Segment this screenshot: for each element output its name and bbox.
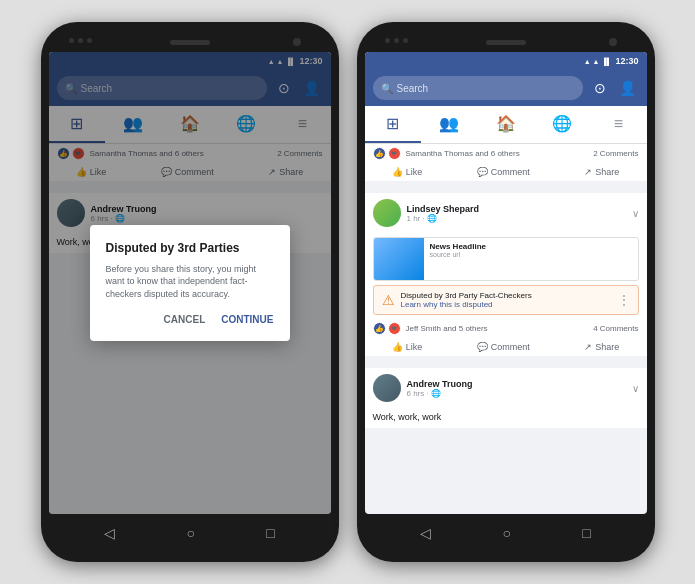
phone-bottom-left: ◁ ○ □ <box>49 514 331 552</box>
search-icon-right: 🔍 <box>381 83 393 94</box>
post-time-lindsey: 1 hr · 🌐 <box>407 214 626 223</box>
messenger-icon-right[interactable]: ⊙ <box>589 80 611 96</box>
feed-right: 👍 ❤ Samantha Thomas and 6 others 2 Comme… <box>365 144 647 514</box>
dialog-overlay-left: Disputed by 3rd Parties Before you share… <box>49 52 331 514</box>
action-bar-top-right: 👍 Like 💬 Comment ↗ Share <box>365 163 647 181</box>
phone-dots-left <box>69 38 92 43</box>
phone-speaker-right <box>486 40 526 45</box>
like-btn-lindsey[interactable]: 👍 Like <box>392 342 423 352</box>
post-andrew-right: Andrew Truong 6 hrs · 🌐 ∨ Work, work, wo… <box>365 368 647 428</box>
nav-tab-menu-right[interactable]: ≡ <box>590 106 646 143</box>
reaction-icons-lindsey: 👍 ❤ Jeff Smith and 5 others <box>373 322 488 335</box>
like-btn-top-right[interactable]: 👍 Like <box>392 167 423 177</box>
dialog-cancel-btn-left[interactable]: CANCEL <box>164 314 206 325</box>
back-btn-right[interactable]: ◁ <box>420 525 431 541</box>
friends-icon-right[interactable]: 👤 <box>617 80 639 96</box>
news-source-right: source url <box>430 251 632 258</box>
reactions-text-top-right: Samantha Thomas and 6 others <box>406 149 520 158</box>
disputed-text-right: Disputed by 3rd Party Fact-Checkers <box>401 291 532 300</box>
avatar-img-lindsey <box>373 199 401 227</box>
status-bar-right: ▲ ▲ ▐▌ 12:30 <box>365 52 647 70</box>
signal-icon-right: ▲ <box>584 58 591 65</box>
reaction-icons-top-right: 👍 ❤ Samantha Thomas and 6 others <box>373 147 520 160</box>
fb-nav-right: ⊞ 👥 🏠 🌐 ≡ <box>365 106 647 144</box>
chevron-lindsey[interactable]: ∨ <box>632 208 639 219</box>
more-dots-right[interactable]: ⋮ <box>618 293 630 307</box>
back-btn-left[interactable]: ◁ <box>104 525 115 541</box>
reactions-wrapper-top-right: 👍 ❤ Samantha Thomas and 6 others 2 Comme… <box>365 144 647 163</box>
home-btn-right[interactable]: ○ <box>503 525 511 541</box>
phone-dots-right <box>385 38 408 43</box>
news-thumb-right <box>374 238 424 280</box>
phone-bottom-right: ◁ ○ □ <box>365 514 647 552</box>
fb-header-right: 🔍 Search ⊙ 👤 <box>365 70 647 106</box>
nav-tab-marketplace-right[interactable]: 🏠 <box>477 106 533 143</box>
post-name-lindsey: Lindsey Shepard <box>407 204 626 214</box>
nav-tab-friends-right[interactable]: 👥 <box>421 106 477 143</box>
disputed-content-right: Disputed by 3rd Party Fact-Checkers Lear… <box>401 291 532 309</box>
dialog-body-left: Before you share this story, you might w… <box>106 263 274 301</box>
dot-1 <box>69 38 74 43</box>
share-btn-top-right[interactable]: ↗ Share <box>584 167 619 177</box>
status-icons-right: ▲ ▲ ▐▌ <box>584 58 612 65</box>
nav-tab-home-right[interactable]: ⊞ <box>365 106 421 143</box>
phone-left: ▲ ▲ ▐▌ 12:30 🔍 Search ⊙ 👤 ⊞ 👥 🏠 <box>41 22 339 562</box>
dot-r1 <box>385 38 390 43</box>
action-bar-lindsey: 👍 Like 💬 Comment ↗ Share <box>365 338 647 356</box>
avatar-img-andrew-right <box>373 374 401 402</box>
phone-top-left <box>49 32 331 52</box>
home-btn-left[interactable]: ○ <box>187 525 195 541</box>
phones-container: ▲ ▲ ▐▌ 12:30 🔍 Search ⊙ 👤 ⊞ 👥 🏠 <box>41 22 655 562</box>
comments-lindsey: 4 Comments <box>593 324 638 333</box>
recents-btn-left[interactable]: □ <box>266 525 274 541</box>
battery-icon-right: ▐▌ <box>602 58 612 65</box>
post-header-lindsey: Lindsey Shepard 1 hr · 🌐 ∨ <box>365 193 647 233</box>
heart-icon-top-right: ❤ <box>388 147 401 160</box>
post-reactions-top-right: 👍 ❤ Samantha Thomas and 6 others 2 Comme… <box>365 144 647 181</box>
chevron-andrew-right[interactable]: ∨ <box>632 383 639 394</box>
post-header-andrew-right: Andrew Truong 6 hrs · 🌐 ∨ <box>365 368 647 408</box>
phone-speaker-left <box>170 40 210 45</box>
phone-top-right <box>365 32 647 52</box>
phone-screen-right: ▲ ▲ ▐▌ 12:30 🔍 Search ⊙ 👤 ⊞ 👥 🏠 <box>365 52 647 514</box>
dialog-actions-left: CANCEL CONTINUE <box>106 314 274 325</box>
news-title-right: News Headline <box>430 242 632 251</box>
share-btn-lindsey[interactable]: ↗ Share <box>584 342 619 352</box>
phone-camera-left <box>293 38 301 46</box>
comments-top-right: 2 Comments <box>593 149 638 158</box>
post-meta-andrew-right: Andrew Truong 6 hrs · 🌐 <box>407 379 626 398</box>
news-info-right: News Headline source url <box>424 238 638 280</box>
status-time-right: 12:30 <box>615 56 638 66</box>
search-label-right: Search <box>397 83 429 94</box>
comment-btn-lindsey[interactable]: 💬 Comment <box>477 342 530 352</box>
post-time-andrew-right: 6 hrs · 🌐 <box>407 389 626 398</box>
disputed-link-right[interactable]: Learn why this is disputed <box>401 300 532 309</box>
avatar-andrew-right <box>373 374 401 402</box>
wifi-icon-right: ▲ <box>593 58 600 65</box>
post-name-andrew-right: Andrew Truong <box>407 379 626 389</box>
dot-r3 <box>403 38 408 43</box>
heart-circle-lindsey: ❤ <box>388 322 401 335</box>
nav-tab-globe-right[interactable]: 🌐 <box>534 106 590 143</box>
dialog-title-left: Disputed by 3rd Parties <box>106 241 274 255</box>
dialog-continue-btn-left[interactable]: CONTINUE <box>221 314 273 325</box>
post-lindsey-right: Lindsey Shepard 1 hr · 🌐 ∨ News Headline… <box>365 193 647 356</box>
disputed-icon-right: ⚠ <box>382 292 395 308</box>
disputed-banner-right: ⚠ Disputed by 3rd Party Fact-Checkers Le… <box>373 285 639 315</box>
phone-screen-left: ▲ ▲ ▐▌ 12:30 🔍 Search ⊙ 👤 ⊞ 👥 🏠 <box>49 52 331 514</box>
like-circle-lindsey: 👍 <box>373 322 386 335</box>
phone-right: ▲ ▲ ▐▌ 12:30 🔍 Search ⊙ 👤 ⊞ 👥 🏠 <box>357 22 655 562</box>
post-meta-lindsey: Lindsey Shepard 1 hr · 🌐 <box>407 204 626 223</box>
recents-btn-right[interactable]: □ <box>582 525 590 541</box>
phone-camera-right <box>609 38 617 46</box>
dot-3 <box>87 38 92 43</box>
avatar-lindsey <box>373 199 401 227</box>
comment-btn-top-right[interactable]: 💬 Comment <box>477 167 530 177</box>
dot-r2 <box>394 38 399 43</box>
dot-2 <box>78 38 83 43</box>
post-content-andrew-right: Work, work, work <box>365 408 647 428</box>
dialog-box-left: Disputed by 3rd Parties Before you share… <box>90 225 290 342</box>
search-box-right[interactable]: 🔍 Search <box>373 76 583 100</box>
like-icon-top-right: 👍 <box>373 147 386 160</box>
news-link-right[interactable]: News Headline source url <box>373 237 639 281</box>
